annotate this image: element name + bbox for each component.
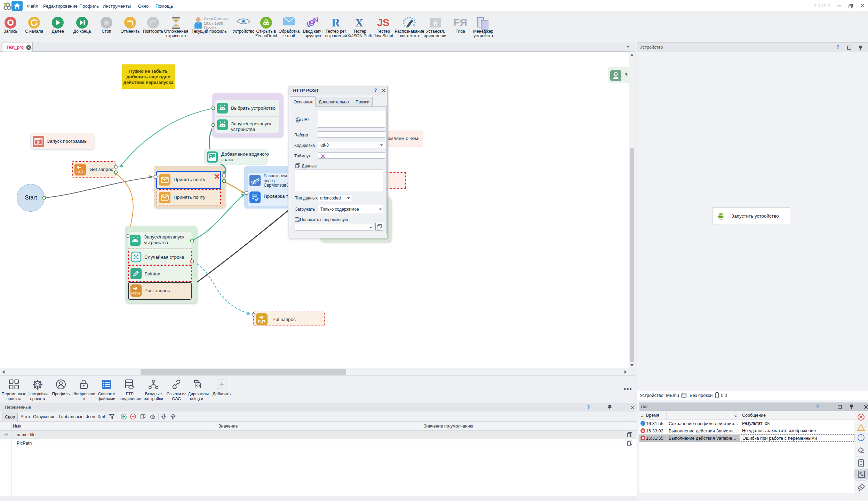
svg-text:www: www xyxy=(296,119,300,121)
svg-text:i: i xyxy=(643,422,644,425)
